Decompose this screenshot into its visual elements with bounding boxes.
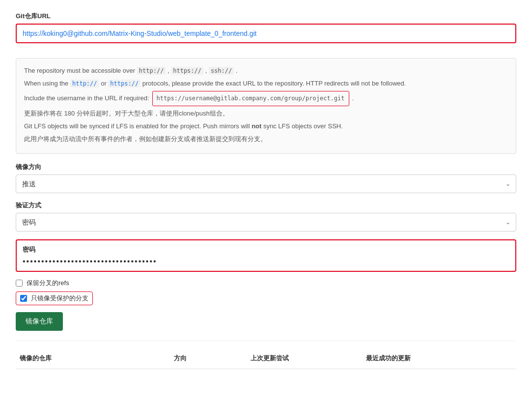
info-line6: 此用户将成为活动流中所有事件的作者，例如创建新分支或者推送新提交到现有分支。 — [24, 134, 508, 145]
table-col-last-success: 最近成功的更新 — [362, 352, 516, 365]
auth-method-select[interactable]: 密码 SSH密钥 — [16, 213, 516, 232]
mirror-protected-checkbox[interactable] — [20, 295, 27, 302]
info-line1: The repository must be accessible over h… — [24, 65, 508, 76]
mirror-protected-label: 只镜像受保护的分支 — [31, 294, 88, 303]
info-box: The repository must be accessible over h… — [16, 58, 516, 154]
table-col-repo: 镜像的仓库 — [16, 352, 170, 365]
password-input[interactable] — [23, 257, 509, 266]
auth-method-label: 验证方式 — [16, 201, 516, 210]
mirror-direction-section: 镜像方向 推送 拉取 ⌄ — [16, 163, 516, 193]
code-http: http:// — [137, 67, 166, 75]
mirror-direction-wrapper: 推送 拉取 ⌄ — [16, 174, 516, 193]
preserve-refs-row: 保留分叉的refs — [16, 279, 516, 288]
auth-method-section: 验证方式 密码 SSH密钥 ⌄ — [16, 201, 516, 232]
code-ssh: ssh:// — [209, 67, 234, 75]
url-example: https://username@gitlab.company.com/grou… — [152, 91, 349, 106]
password-label: 密码 — [23, 245, 509, 254]
info-line4: 更新操作将在 180 分钟后超时。对于大型仓库，请使用clone/push组合。 — [24, 108, 508, 119]
mirror-direction-label: 镜像方向 — [16, 163, 516, 172]
code-https: https:// — [171, 67, 203, 75]
git-url-input[interactable] — [16, 24, 516, 43]
table-col-last-attempt: 上次更新尝试 — [247, 352, 362, 365]
info-line5: Git LFS objects will be synced if LFS is… — [24, 121, 508, 132]
table-header: 镜像的仓库 方向 上次更新尝试 最近成功的更新 — [16, 348, 516, 369]
code-https2: https:// — [108, 80, 140, 87]
auth-method-wrapper: 密码 SSH密钥 ⌄ — [16, 213, 516, 232]
mirror-direction-select[interactable]: 推送 拉取 — [16, 174, 516, 193]
mirror-table-section: 镜像的仓库 方向 上次更新尝试 最近成功的更新 — [16, 341, 516, 369]
git-url-section: Git仓库URL — [16, 12, 516, 50]
password-section: 密码 — [16, 239, 516, 272]
code-http2: http:// — [70, 80, 99, 87]
mirror-repo-button[interactable]: 镜像仓库 — [16, 312, 63, 331]
info-line2: When using the http:// or https:// proto… — [24, 78, 508, 89]
preserve-refs-label: 保留分叉的refs — [27, 279, 69, 288]
table-col-direction: 方向 — [170, 352, 247, 365]
preserve-refs-checkbox[interactable] — [16, 280, 23, 287]
git-url-label: Git仓库URL — [16, 12, 516, 21]
mirror-protected-row: 只镜像受保护的分支 — [16, 291, 93, 305]
info-line3: Include the username in the URL if requi… — [24, 91, 508, 106]
